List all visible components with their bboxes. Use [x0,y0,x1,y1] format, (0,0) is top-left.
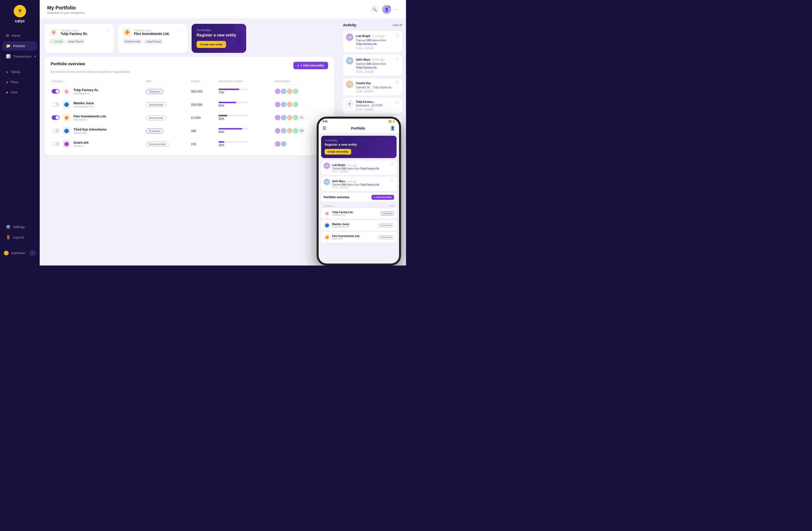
phone-company-logo: 🔵 [324,222,330,228]
phone-act-link[interactable]: Tulip Factory llc. [360,167,380,170]
phone-table-row: 🔵 Mambo Juice mambojuice.com Shareholder [321,220,396,231]
phone-activity-content: Loki Bright2 mins ago Claimed 200 tokens… [332,163,380,173]
search-button[interactable]: 🔍 [370,5,379,14]
phone-company-name: Tulip Factory llc. [332,211,354,213]
card-name-group: Company name Tulip Factory llc. [60,29,88,36]
tabula-icon: ● [6,70,8,74]
phone-role-badge: Shareholder [378,235,394,239]
th-shareholders: Shareholders [272,78,328,85]
company-toggle[interactable] [52,89,60,93]
card-company-name-flex: Flex Investments Ltd. [134,32,170,36]
collapse-sidebar-button[interactable]: ‹ [29,250,36,256]
onboarding-card: On-boarding Register a new entity Create… [192,24,246,53]
sidebar-item-home[interactable]: ⊞ Home [2,31,37,40]
phone-activity-avatar: ZM [324,179,330,185]
home-icon: ⊞ [6,33,9,38]
tag-verified: ✓ Verified [49,39,65,44]
phone-activity-list: LB Loki Bright2 mins ago Claimed 200 tok… [321,161,396,191]
activity-link[interactable]: Tulip Factory llc. [356,66,377,69]
help-icon[interactable]: ? [395,57,399,61]
phone-company-cell: 🔵 Mambo Juice mambojuice.com [324,222,349,228]
more-options-button[interactable]: ⋯ [394,7,398,12]
sidebar-item-settings[interactable]: ⚙️ Settings [2,222,37,232]
activity-item: CR Charlie Ray Claimed 20... Tulip Facto… [343,78,402,95]
phone-create-entity-button[interactable]: Create new entity [324,149,351,154]
role-badge: Boardmember [146,142,169,147]
phone-activity-avatar: LB [324,163,330,169]
activity-link[interactable]: Tulip Factory llc. [356,42,377,45]
company-sub: snark.is [73,144,89,147]
company-logo-tulip: 🌸 [49,28,58,37]
sidebar-item-arva[interactable]: ● Arva [2,88,37,97]
company-sub: flexhard.fin [73,118,106,121]
activity-item: LB Loki Bright 2 mins ago Claimed 200 to… [343,31,402,52]
shareholders-cell [272,98,328,111]
role-badge: Customer [146,129,163,133]
card-more-button[interactable]: ⋯ [106,28,110,32]
phone-add-entity-button[interactable]: + Add new entity [372,195,394,200]
activity-text: Claimed 200 tokens from Tulip Factory ll… [356,39,393,46]
phone-menu-icon[interactable]: ☰ [323,126,326,131]
company-toggle[interactable] [52,142,60,146]
phone-avatar-icon[interactable]: 👤 [390,126,395,131]
phone-act-name: Zahir Mays [332,180,345,182]
company-toggle[interactable] [52,102,60,107]
sidebar-item-flora[interactable]: ● Flora [2,77,37,87]
company-cards-row: 🌸 Company name Tulip Factory llc. ⋯ ✓ Ve… [45,24,334,53]
phone-status-icons: 📶 🔋 [388,120,395,123]
company-toggle[interactable] [52,115,60,120]
logout-icon: 🚪 [6,235,11,239]
user-avatar-button[interactable]: 👤 2 [382,5,391,14]
sidebar-nav: ⊞ Home 📁 Portfolio 📊 Transactions ▼ ● Ta… [0,31,40,222]
event-name: Tulip Factory... [356,100,393,103]
shareholder-avatar [286,114,293,121]
phone-company-name-group: Mambo Juice mambojuice.com [332,223,349,228]
help-icon[interactable]: ? [395,100,399,104]
table-row: 🔶 Flex Investments Ltd. flexhard.fin Sha… [50,111,328,124]
phone-mockup: 9:41 📶 🔋 ☰ Portfolio 👤 On-boarding Regis… [317,117,401,265]
phone-help-icon[interactable]: ? [391,163,394,166]
phone-help-icon[interactable]: ? [391,179,394,182]
shareholder-avatar [274,114,281,121]
sidebar-item-tabula[interactable]: ● Tabula [2,67,37,76]
sidebar-item-logout[interactable]: 🚪 Log out [2,233,37,242]
company-name-group: Snark ehf. snark.is [73,141,89,147]
company-toggle[interactable] [52,129,60,133]
th-shares: Shares [188,78,215,85]
footer-logo-icon: 🌼 [3,250,9,256]
company-logo: 🟣 [62,140,71,148]
help-icon[interactable]: ? [395,80,399,85]
table-row: 🔵 Third Eye Adventures 3rdeye.app Custom… [50,124,328,137]
phone-table-header: Company ↓ Role [321,204,396,208]
shareholder-avatar [286,101,293,108]
chevron-down-icon: ▼ [34,55,37,58]
header-actions: 🔍 👤 2 ⋯ [370,5,398,14]
sidebar-item-transactions[interactable]: 📊 Transactions ▼ [2,51,37,61]
activity-user-name: Loki Bright [356,34,370,38]
add-new-entity-button[interactable]: + + Add new entity [293,62,328,69]
ownership-bar [218,115,248,116]
phone-act-link[interactable]: Tulip Factory llc. [360,183,380,186]
logo-icon: 🌻 [14,5,26,17]
phone-portfolio-title: Portfolio [351,126,365,130]
ownership-bar [218,102,248,103]
shares-cell: 12.500 [188,111,215,124]
phone-act-name: Loki Bright [332,164,345,166]
ownership-cell: 70% [215,85,271,98]
activity-timestamp: 12:54 · 12/03/22 [356,71,393,73]
card-more-button-2[interactable]: ⋯ [179,28,183,32]
card-tags-2: Relaxed entity Angel Round [122,39,183,44]
company-cell: 🔵 Third Eye Adventures 3rdeye.app [50,124,143,137]
portfolio-table: Company ↓ Role Shares Ownership / Contro… [50,78,328,150]
role-cell: Chairman [143,85,188,98]
phone-company-name: Flex Investments Ltd. [332,235,360,237]
sidebar-item-portfolio[interactable]: 📁 Portfolio [2,41,37,50]
company-cell: 🔶 Flex Investments Ltd. flexhard.fin [50,111,143,124]
view-all-link[interactable]: View all [393,24,402,27]
ownership-fill [218,89,239,90]
company-logo: 🌸 [62,87,71,95]
activity-text: Claimed 200 tokens from Tulip Factory ll… [356,62,393,70]
more-shareholders-badge: +5 [298,114,305,121]
help-icon[interactable]: ? [395,33,399,38]
shareholder-avatar [274,88,281,94]
